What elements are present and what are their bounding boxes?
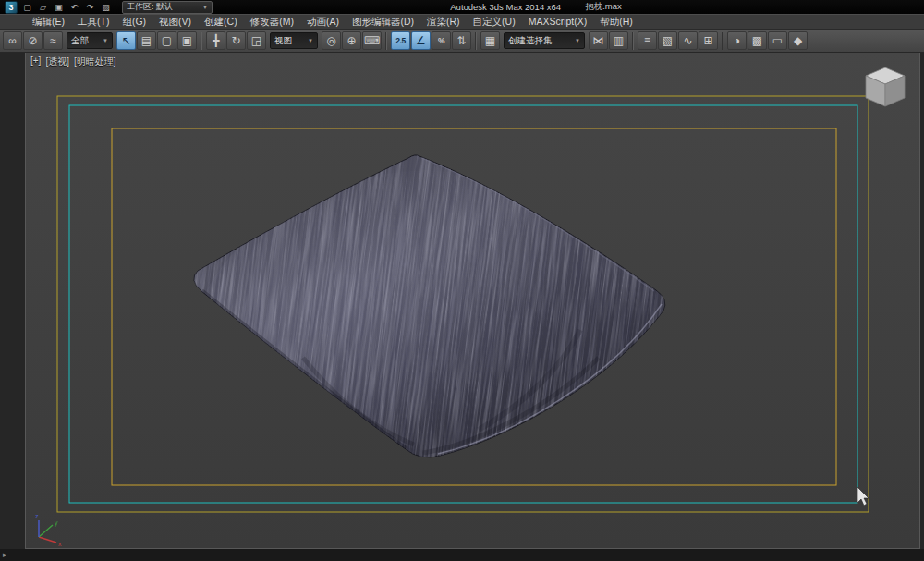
perspective-viewport[interactable]: [+] [透视] [明暗处理] bbox=[25, 52, 920, 549]
rectangular-selection-region-button[interactable]: ▢ bbox=[157, 31, 176, 50]
viewport-canvas[interactable]: x y z bbox=[26, 53, 919, 548]
angle-snap-toggle-icon: ∠ bbox=[416, 35, 426, 46]
use-pivot-point-center-icon: ◎ bbox=[326, 35, 335, 46]
toolbar-separator bbox=[722, 32, 723, 50]
viewport-general-menu[interactable]: [+] bbox=[30, 55, 41, 68]
manage-layers-icon: ≡ bbox=[644, 35, 650, 46]
snap-toggle-2-5d-button[interactable]: 2.5 bbox=[391, 31, 410, 50]
app-logo-icon[interactable]: 3 bbox=[5, 1, 18, 14]
keyboard-shortcut-override-toggle-icon: ⌨ bbox=[364, 35, 380, 46]
pillow-object[interactable] bbox=[134, 76, 733, 538]
render-setup-button[interactable]: ▩ bbox=[748, 31, 767, 50]
rectangular-selection-region-icon: ▢ bbox=[162, 35, 172, 46]
toolbar-separator bbox=[632, 32, 634, 50]
menu-item-help[interactable]: 帮助(H) bbox=[593, 15, 639, 29]
menu-item-edit[interactable]: 编辑(E) bbox=[26, 15, 71, 29]
select-object-icon: ↖ bbox=[121, 35, 130, 46]
reference-coordinate-system-dropdown-value: 视图 bbox=[274, 35, 292, 47]
render-production-icon: ◆ bbox=[794, 35, 802, 46]
menu-item-group[interactable]: 组(G) bbox=[116, 15, 152, 29]
chevron-down-icon: ▼ bbox=[575, 38, 580, 43]
select-and-rotate-button[interactable]: ↻ bbox=[226, 31, 246, 50]
percent-snap-toggle-button[interactable]: % bbox=[432, 31, 451, 50]
menubar: 编辑(E)工具(T)组(G)视图(V)创建(C)修改器(M)动画(A)图形编辑器… bbox=[0, 14, 924, 29]
open-file-button[interactable]: ▱ bbox=[36, 1, 50, 13]
align-icon: ▥ bbox=[614, 35, 624, 46]
titlebar: 3 ▢▱▣↶↷▨ 工作区: 默认 ▼ Autodesk 3ds Max 2014… bbox=[0, 0, 924, 14]
percent-snap-toggle-icon: % bbox=[438, 37, 444, 45]
mouse-cursor bbox=[857, 487, 869, 506]
menu-item-maxscript[interactable]: MAXScript(X) bbox=[522, 15, 594, 29]
spinner-snap-toggle-icon: ⇅ bbox=[456, 35, 466, 46]
viewport-label: [+] [透视] [明暗处理] bbox=[30, 55, 116, 68]
app-title-text: Autodesk 3ds Max 2014 x64 bbox=[450, 2, 561, 12]
viewcube[interactable] bbox=[858, 62, 912, 116]
svg-text:y: y bbox=[55, 519, 58, 527]
graphite-ribbon-toggle-button[interactable]: ▧ bbox=[658, 31, 677, 50]
select-and-move-icon: ╋ bbox=[213, 35, 219, 46]
redo-button[interactable]: ↷ bbox=[83, 1, 97, 13]
toolbar-separator bbox=[385, 32, 387, 50]
save-file-button[interactable]: ▣ bbox=[52, 1, 66, 13]
render-setup-icon: ▩ bbox=[752, 35, 762, 46]
bottom-strip: ▸ bbox=[0, 549, 924, 561]
toolbar-separator bbox=[475, 32, 477, 50]
named-selection-sets-dropdown[interactable]: 创建选择集▼ bbox=[504, 32, 585, 49]
select-and-uniform-scale-button[interactable]: ◲ bbox=[247, 31, 266, 50]
menu-item-modifiers[interactable]: 修改器(M) bbox=[244, 15, 300, 29]
bind-to-space-warp-button[interactable]: ≈ bbox=[43, 31, 63, 50]
workspace-dropdown-value: 工作区: 默认 bbox=[127, 1, 173, 13]
select-and-move-button[interactable]: ╋ bbox=[206, 31, 225, 50]
select-and-rotate-icon: ↻ bbox=[231, 35, 240, 46]
viewport-pov-label[interactable]: [透视] bbox=[45, 55, 69, 68]
menu-item-tools[interactable]: 工具(T) bbox=[71, 15, 116, 29]
material-editor-icon: ◑ bbox=[734, 35, 740, 46]
curve-editor-button[interactable]: ∿ bbox=[678, 31, 698, 50]
quick-access-toolbar: ▢▱▣↶↷▨ bbox=[20, 1, 113, 13]
window-crossing-toggle-button[interactable]: ▣ bbox=[177, 31, 197, 50]
window-title: Autodesk 3ds Max 2014 x64 抱枕.max bbox=[450, 0, 621, 14]
select-object-button[interactable]: ↖ bbox=[116, 31, 136, 50]
mirror-button[interactable]: ⋈ bbox=[589, 31, 608, 50]
unlink-selection-button[interactable]: ⊘ bbox=[23, 31, 43, 50]
selection-filter-dropdown[interactable]: 全部▼ bbox=[67, 32, 113, 49]
viewport-shading-label[interactable]: [明暗处理] bbox=[74, 55, 116, 68]
undo-button[interactable]: ↶ bbox=[67, 1, 81, 13]
render-production-button[interactable]: ◆ bbox=[788, 31, 808, 50]
material-editor-button[interactable]: ◑ bbox=[727, 31, 747, 50]
angle-snap-toggle-button[interactable]: ∠ bbox=[411, 31, 431, 50]
menu-item-customize[interactable]: 自定义(U) bbox=[467, 15, 522, 29]
mirror-icon: ⋈ bbox=[593, 35, 604, 46]
chevron-down-icon: ▼ bbox=[308, 38, 313, 43]
menu-item-create[interactable]: 创建(C) bbox=[198, 15, 244, 29]
edit-named-selection-sets-button[interactable]: ▦ bbox=[480, 31, 500, 50]
manage-layers-button[interactable]: ≡ bbox=[638, 31, 657, 50]
new-scene-button[interactable]: ▢ bbox=[20, 1, 34, 13]
reference-coordinate-system-dropdown[interactable]: 视图▼ bbox=[270, 32, 318, 49]
svg-text:x: x bbox=[58, 541, 62, 547]
align-button[interactable]: ▥ bbox=[609, 31, 628, 50]
use-pivot-point-center-button[interactable]: ◎ bbox=[322, 31, 341, 50]
select-and-link-button[interactable]: ∞ bbox=[3, 31, 22, 50]
rendered-frame-window-button[interactable]: ▭ bbox=[768, 31, 787, 50]
select-and-manipulate-icon: ⊕ bbox=[346, 35, 356, 46]
menu-item-rendering[interactable]: 渲染(R) bbox=[420, 15, 467, 29]
bind-to-space-warp-icon: ≈ bbox=[50, 35, 56, 46]
keyboard-shortcut-override-toggle-button[interactable]: ⌨ bbox=[362, 31, 382, 50]
document-name-text: 抱枕.max bbox=[585, 1, 622, 13]
menu-item-views[interactable]: 视图(V) bbox=[152, 15, 198, 29]
menu-item-graph-editors[interactable]: 图形编辑器(D) bbox=[346, 15, 420, 29]
workspace-dropdown[interactable]: 工作区: 默认 ▼ bbox=[122, 1, 213, 14]
chevron-down-icon: ▼ bbox=[202, 5, 208, 10]
svg-text:z: z bbox=[35, 513, 39, 519]
select-and-uniform-scale-icon: ◲ bbox=[251, 35, 261, 46]
select-and-link-icon: ∞ bbox=[8, 35, 17, 46]
schematic-view-button[interactable]: ⊞ bbox=[699, 31, 718, 50]
select-and-manipulate-button[interactable]: ⊕ bbox=[342, 31, 361, 50]
expand-right-icon[interactable]: ▸ bbox=[3, 550, 7, 560]
project-folder-button[interactable]: ▨ bbox=[99, 1, 113, 13]
select-by-name-button[interactable]: ▤ bbox=[137, 31, 156, 50]
toolbar-separator bbox=[201, 32, 202, 50]
menu-item-animation[interactable]: 动画(A) bbox=[300, 15, 346, 29]
spinner-snap-toggle-button[interactable]: ⇅ bbox=[452, 31, 471, 50]
